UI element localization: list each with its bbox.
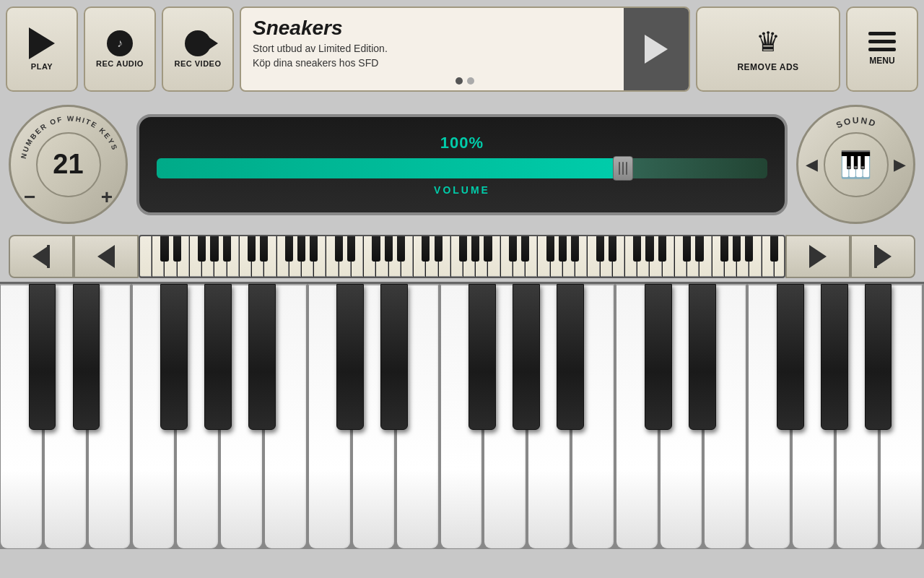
black-key[interactable] <box>248 284 276 430</box>
toolbar: PLAY REC AUDIO REC VIDEO Sneakers Stort … <box>0 0 924 98</box>
black-key[interactable] <box>777 284 804 430</box>
knob-outer: NUMBER OF WHITE KEYS 21 − + <box>9 105 128 224</box>
volume-label: VOLUME <box>434 184 490 196</box>
black-key[interactable] <box>468 284 496 430</box>
rec-audio-button[interactable]: REC AUDIO <box>84 7 156 92</box>
volume-control: 100% VOLUME <box>136 114 788 215</box>
sound-knob[interactable]: SOUND 🎹 ◀ ▶ <box>796 105 915 224</box>
white-keys-knob[interactable]: NUMBER OF WHITE KEYS 21 − + <box>9 105 128 224</box>
remove-ads-button[interactable]: ♛ REMOVE ADS <box>696 7 840 92</box>
ad-arrow-button[interactable] <box>624 8 689 90</box>
volume-handle[interactable] <box>613 156 633 181</box>
black-key[interactable] <box>821 284 848 430</box>
ad-dot-2 <box>467 77 474 85</box>
ad-dot-1 <box>456 77 463 85</box>
ad-banner: Sneakers Stort utbud av Limited Edition.… <box>240 7 690 92</box>
ad-dots <box>456 77 474 85</box>
black-key[interactable] <box>689 284 716 430</box>
rec-video-icon <box>185 30 211 56</box>
rec-audio-icon <box>107 30 133 56</box>
ad-subtitle-line1: Stort utbud av Limited Edition. <box>253 43 612 54</box>
svg-text:SOUND: SOUND <box>834 115 878 130</box>
piano-keyboard[interactable] <box>0 282 924 549</box>
ad-next-icon <box>645 35 668 64</box>
sound-prev-button[interactable]: ◀ <box>806 155 818 174</box>
back-icon <box>97 245 115 268</box>
black-key[interactable] <box>204 284 232 430</box>
black-key[interactable] <box>160 284 188 430</box>
ad-title: Sneakers <box>253 17 612 40</box>
handle-line-1 <box>619 162 620 175</box>
handle-line-3 <box>626 162 627 175</box>
skip-forward-button[interactable] <box>850 235 915 278</box>
black-key[interactable] <box>645 284 672 430</box>
ad-content: Sneakers Stort utbud av Limited Edition.… <box>241 8 624 90</box>
forward-icon <box>809 245 827 268</box>
black-key[interactable] <box>865 284 892 430</box>
skip-back-icon <box>32 245 50 268</box>
volume-slider[interactable] <box>157 158 767 178</box>
middle-section: NUMBER OF WHITE KEYS 21 − + 100% VOLUME <box>0 98 924 231</box>
volume-percent: 100% <box>440 134 484 152</box>
rec-audio-label: REC AUDIO <box>96 59 144 68</box>
black-key[interactable] <box>557 284 584 430</box>
mini-keyboard <box>139 235 785 278</box>
skip-forward-icon <box>874 245 892 268</box>
sound-next-button[interactable]: ▶ <box>894 155 906 174</box>
play-icon <box>29 27 55 59</box>
rec-video-label: REC VIDEO <box>174 59 221 68</box>
hamburger-icon <box>868 32 896 51</box>
play-button[interactable]: PLAY <box>6 7 78 92</box>
sound-knob-center: 🎹 <box>824 132 889 197</box>
menu-label: MENU <box>869 56 894 66</box>
handle-line-2 <box>622 162 624 175</box>
black-key[interactable] <box>336 284 364 430</box>
black-key[interactable] <box>513 284 540 430</box>
knob-value: 21 <box>36 132 101 197</box>
remove-ads-label: REMOVE ADS <box>737 62 798 72</box>
black-key[interactable] <box>380 284 408 430</box>
black-key[interactable] <box>73 284 100 430</box>
forward-button[interactable] <box>785 235 850 278</box>
play-label: PLAY <box>31 62 53 71</box>
skip-back-button[interactable] <box>9 235 74 278</box>
back-button[interactable] <box>74 235 139 278</box>
sound-knob-outer: SOUND 🎹 ◀ ▶ <box>796 105 915 224</box>
ad-subtitle-line2: Köp dina sneakers hos SFD <box>253 57 612 69</box>
knob-plus-button[interactable]: + <box>101 186 113 209</box>
black-key[interactable] <box>29 284 56 430</box>
menu-button[interactable]: MENU <box>846 7 918 92</box>
knob-minus-button[interactable]: − <box>24 186 35 209</box>
rec-video-button[interactable]: REC VIDEO <box>162 7 234 92</box>
crown-icon: ♛ <box>756 26 780 58</box>
piano-sound-icon: 🎹 <box>840 150 872 180</box>
nav-row <box>0 231 924 282</box>
